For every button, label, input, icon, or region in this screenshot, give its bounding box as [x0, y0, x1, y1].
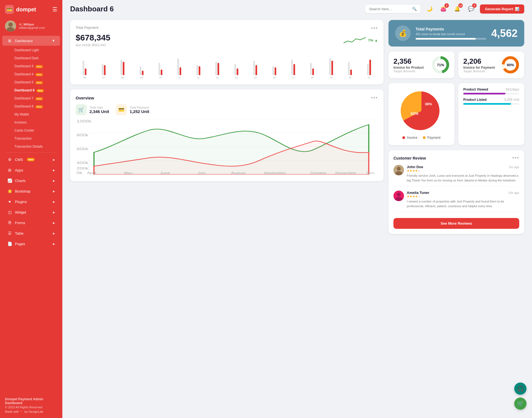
forms-arrow: ▶: [53, 221, 55, 224]
svg-text:September: September: [264, 171, 286, 175]
bar-group: 08: [114, 53, 131, 79]
right-column: 💰 Total Payments 431 more to break last …: [388, 20, 524, 234]
sidebar-item-dashboard-6[interactable]: Dashboard 6 New: [4, 86, 60, 94]
support-float-button[interactable]: 🎧: [514, 383, 526, 395]
hamburger-button[interactable]: ☰: [52, 6, 57, 13]
brand-logo[interactable]: 💳 dompet: [5, 5, 36, 14]
total-sale-value: 2,346 Unit: [89, 109, 109, 114]
sidebar-item-bootstrap[interactable]: ⭐ Bootstrap ▶: [2, 186, 60, 196]
svg-text:71%: 71%: [437, 63, 444, 67]
product-viewed-value: 561/days: [506, 88, 519, 91]
bar-group: 19: [322, 53, 340, 79]
dashboard-icon: ⊞: [7, 38, 12, 43]
svg-text:June: June: [160, 171, 170, 175]
banner-progress: [416, 38, 486, 40]
pie-legend: Invoice Payment: [402, 136, 440, 140]
bar-label: 16: [273, 76, 276, 79]
dashboard-label: Dashboard: [15, 39, 33, 43]
sidebar-item-my-wallet[interactable]: My Wallet: [4, 111, 60, 118]
sidebar-item-transaction-details[interactable]: Transaction Details: [4, 143, 60, 150]
sidebar-item-charts[interactable]: 📈 Charts ▶: [2, 176, 60, 186]
bar-label: 15: [254, 76, 257, 79]
review-text-0: Friendly service Josh, Lunar and everyon…: [407, 173, 519, 183]
product-viewed-item: Product Viewed 561/days: [463, 88, 519, 94]
svg-text:38%: 38%: [425, 102, 432, 106]
topbar-right: 🔍 🌙 👛 2 🔔 12 💬 5 Generate Report 📊: [365, 4, 524, 14]
sidebar-footer: Dompet Payment Admin Dashboard © 2023 Al…: [0, 393, 62, 418]
sidebar-item-cards-center[interactable]: Cards Center: [4, 127, 60, 134]
sidebar-item-dashboard-dark[interactable]: Dashboard Dark: [4, 54, 60, 62]
svg-text:400k: 400k: [76, 161, 89, 165]
message-button[interactable]: 💬 5: [466, 4, 476, 14]
username: William: [24, 23, 34, 26]
made-with: Made with ❤️ by DexignLab: [5, 410, 57, 414]
bar-group: 21: [360, 53, 378, 79]
bar-group: 06: [76, 53, 93, 79]
bar-label: 11: [178, 76, 181, 79]
review-time-0: 5m ago: [509, 165, 519, 169]
sidebar-item-apps[interactable]: ⊞ Apps ▶: [2, 165, 60, 175]
bar-gray: [83, 61, 84, 75]
dark-mode-icon: 🌙: [426, 6, 433, 12]
pie-chart: 62% 38%: [397, 89, 446, 133]
invoice-row: 2,356 Invoice for Product Target 3k/mont…: [388, 52, 524, 78]
brand-name: dompet: [16, 6, 36, 13]
banner-number: 4,562: [491, 27, 518, 39]
review-text-1: I viewed a number of properties with Jus…: [407, 199, 519, 208]
svg-text:200k: 200k: [76, 166, 89, 170]
main-grid: Total Payment ••• $678,345 last month $5…: [70, 20, 524, 234]
svg-text:90%: 90%: [507, 63, 514, 67]
overview-menu[interactable]: •••: [371, 95, 378, 101]
wallet-button[interactable]: 👛 2: [438, 4, 448, 14]
sidebar-item-table[interactable]: ☰ Table ▶: [2, 228, 60, 238]
bar-gray: [310, 63, 312, 75]
sidebar-item-plugins[interactable]: ♥ Plugins ▶: [2, 197, 60, 207]
pie-products-row: 62% 38% Invoice Payment: [388, 83, 524, 145]
sidebar-item-dashboard-light[interactable]: Dashboard Light: [4, 46, 60, 54]
invoice-payment-label: Invoice for Payment: [463, 66, 495, 70]
total-payment-menu[interactable]: •••: [371, 25, 378, 31]
sidebar-item-dashboard-4[interactable]: Dashboard 4 New: [4, 70, 60, 78]
bar-gray: [367, 64, 369, 75]
sidebar-item-dashboard[interactable]: ⊞ Dashboard ▼: [2, 36, 60, 46]
sidebar-item-forms[interactable]: 🖹 Forms ▶: [2, 218, 60, 228]
total-payment-stat: 💳 Total Payment 1,252 Unit: [116, 104, 149, 115]
search-input[interactable]: [369, 7, 410, 11]
review-item-0: John Doe 5m ago ★★★★★ Friendly service J…: [393, 165, 519, 187]
bar-red: [123, 62, 124, 75]
bar-red: [331, 61, 333, 75]
bar-group: 17: [284, 53, 302, 79]
user-info: Hi, William william@gmail.com: [19, 23, 45, 29]
search-icon: 🔍: [412, 7, 417, 11]
search-box[interactable]: 🔍: [365, 5, 421, 13]
sidebar-item-cms[interactable]: ⚙ CMS New ▶: [2, 155, 60, 165]
notification-button[interactable]: 🔔 12: [452, 4, 462, 14]
bar-group: 10: [152, 53, 169, 79]
see-more-reviews-button[interactable]: See More Reviews: [393, 218, 519, 229]
reviewer-name-0: John Doe: [407, 165, 423, 169]
total-sale-icon: 🛒: [76, 104, 87, 115]
review-stars-1: ★★★★★: [407, 195, 519, 198]
sidebar-item-transaction[interactable]: Transaction: [4, 135, 60, 142]
sidebar-item-widget[interactable]: ◫ Widget ▶: [2, 207, 60, 217]
sidebar-item-pages[interactable]: 📄 Pages ▶: [2, 239, 60, 249]
invoice-dot: [402, 136, 405, 139]
sidebar-item-dashboard-8[interactable]: Dashboard 8 New: [4, 102, 60, 110]
bar-gray: [272, 66, 274, 75]
bar-label: 20: [349, 76, 351, 79]
sidebar-item-dashboard-5[interactable]: Dashboard 5 New: [4, 78, 60, 86]
generate-report-button[interactable]: Generate Report 📊: [480, 4, 524, 14]
bootstrap-icon: ⭐: [7, 189, 12, 194]
bar-red: [218, 63, 219, 75]
svg-text:October: October: [310, 171, 327, 175]
sidebar-item-dashboard-3[interactable]: Dashboard 3 New: [4, 62, 60, 70]
bootstrap-arrow: ▶: [53, 190, 55, 193]
review-menu[interactable]: •••: [512, 155, 519, 161]
sidebar-item-invoices[interactable]: Invoices: [4, 119, 60, 126]
sparkline-chart: [344, 36, 366, 44]
sidebar-item-dashboard-7[interactable]: Dashboard 7 New: [4, 94, 60, 102]
dark-mode-button[interactable]: 🌙: [424, 4, 434, 14]
cart-float-button[interactable]: 🛒: [514, 398, 526, 410]
product-listed-item: Product Listed 3,456 Unit: [463, 98, 519, 105]
forms-icon: 🖹: [7, 220, 12, 225]
